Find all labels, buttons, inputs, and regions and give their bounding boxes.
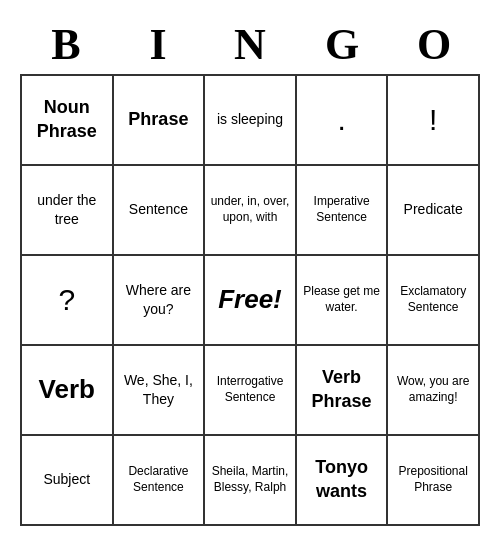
- cell-r0-c0: Noun Phrase: [22, 76, 114, 166]
- title-n: N: [210, 19, 290, 70]
- cell-r4-c3: Tonyo wants: [297, 436, 389, 526]
- cell-r4-c2: Sheila, Martin, Blessy, Ralph: [205, 436, 297, 526]
- cell-r1-c2: under, in, over, upon, with: [205, 166, 297, 256]
- cell-r4-c1: Declarative Sentence: [114, 436, 206, 526]
- title-g: G: [302, 19, 382, 70]
- bingo-grid: Noun PhrasePhraseis sleeping.!under the …: [20, 74, 480, 526]
- title-i: I: [118, 19, 198, 70]
- cell-r0-c1: Phrase: [114, 76, 206, 166]
- cell-r3-c0: Verb: [22, 346, 114, 436]
- cell-r1-c3: Imperative Sentence: [297, 166, 389, 256]
- bingo-title: B I N G O: [20, 19, 480, 70]
- title-o: O: [394, 19, 474, 70]
- cell-r3-c4: Wow, you are amazing!: [388, 346, 480, 436]
- cell-r2-c2: Free!: [205, 256, 297, 346]
- cell-r3-c1: We, She, I, They: [114, 346, 206, 436]
- cell-r0-c3: .: [297, 76, 389, 166]
- cell-r4-c4: Prepositional Phrase: [388, 436, 480, 526]
- cell-r0-c4: !: [388, 76, 480, 166]
- cell-r4-c0: Subject: [22, 436, 114, 526]
- title-b: B: [26, 19, 106, 70]
- cell-r2-c1: Where are you?: [114, 256, 206, 346]
- cell-r2-c4: Exclamatory Sentence: [388, 256, 480, 346]
- cell-r0-c2: is sleeping: [205, 76, 297, 166]
- cell-r2-c3: Please get me water.: [297, 256, 389, 346]
- bingo-card: B I N G O Noun PhrasePhraseis sleeping.!…: [10, 9, 490, 536]
- cell-r1-c4: Predicate: [388, 166, 480, 256]
- cell-r2-c0: ?: [22, 256, 114, 346]
- cell-r3-c2: Interrogative Sentence: [205, 346, 297, 436]
- cell-r1-c0: under the tree: [22, 166, 114, 256]
- cell-r1-c1: Sentence: [114, 166, 206, 256]
- cell-r3-c3: Verb Phrase: [297, 346, 389, 436]
